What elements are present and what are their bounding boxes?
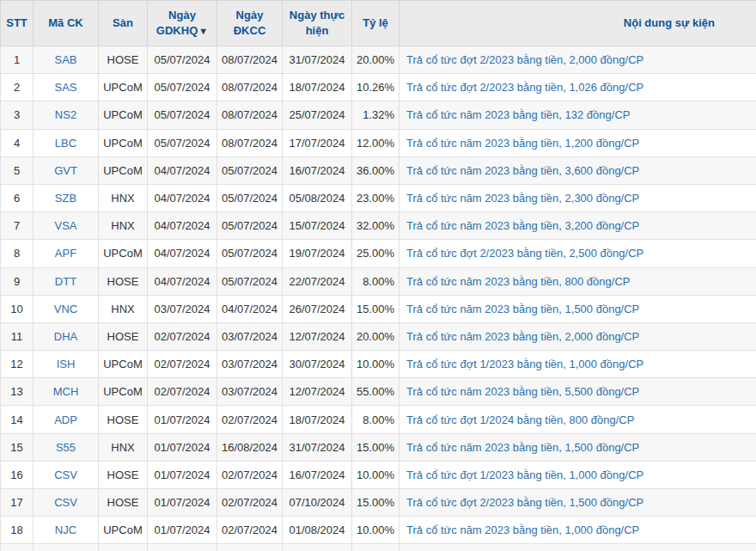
- stock-code-link[interactable]: VNC: [54, 303, 77, 315]
- header-noi-dung-su-kien: Nội dung sự kiện: [399, 1, 756, 46]
- stock-code-link[interactable]: DTT: [55, 275, 76, 288]
- dkcc-date-cell: 05/07/2024: [217, 240, 283, 267]
- execution-date-cell: 26/07/2024: [283, 295, 352, 322]
- execution-date-cell: 05/08/2024: [283, 184, 352, 211]
- stock-code-link[interactable]: DHA: [54, 330, 77, 343]
- execution-date-cell: 18/07/2024: [283, 406, 352, 433]
- header-ngay-gdkhq[interactable]: Ngày GDKHQ▼: [148, 1, 217, 46]
- execution-date-cell: 31/07/2024: [283, 46, 352, 74]
- execution-date-cell: 12/07/2024: [283, 378, 352, 406]
- stock-code-cell: CSV: [34, 489, 99, 517]
- dkcc-date-cell: 03/07/2024: [217, 351, 283, 378]
- stt-cell: 15: [1, 433, 34, 461]
- stock-code-link[interactable]: APF: [55, 247, 76, 260]
- dkcc-date-cell: 02/07/2024: [217, 406, 283, 433]
- event-content-link[interactable]: Trả cổ tức đợt 2/2023 bằng tiền, 2,000 đ…: [406, 53, 643, 66]
- ratio-cell: 10.00%: [352, 517, 399, 544]
- header-ma-ck: Mã CK: [34, 1, 99, 46]
- exchange-cell: UPCoM: [99, 544, 148, 551]
- stock-code-cell: SZB: [34, 184, 99, 211]
- stock-code-link[interactable]: VSA: [54, 219, 76, 232]
- ratio-cell: 55.00%: [352, 378, 399, 406]
- header-ngay-dkcc: Ngày ĐKCC: [217, 1, 283, 46]
- gdkhq-date-cell: 02/07/2024: [148, 351, 217, 378]
- ratio-cell: 5.00%: [352, 544, 399, 551]
- stock-code-link[interactable]: LBC: [55, 137, 76, 150]
- table-row: 8 APF UPCoM 04/07/2024 05/07/2024 19/07/…: [1, 240, 756, 267]
- event-content-link[interactable]: Trả cổ tức năm 2023 bằng tiền, 2,000 đồn…: [406, 330, 639, 343]
- header-stt: STT: [1, 1, 34, 46]
- event-content-cell: Trả cổ tức đợt 1/2023 bằng tiền, 1,000 đ…: [399, 461, 756, 488]
- stt-cell: 7: [1, 212, 34, 240]
- gdkhq-date-cell: 01/07/2024: [148, 433, 217, 461]
- stock-code-link[interactable]: MCH: [53, 385, 79, 398]
- event-content-cell: Trả cổ tức đợt 2/2023 bằng tiền, 2,500 đ…: [399, 240, 756, 267]
- stock-code-cell: SAB: [34, 46, 99, 74]
- event-content-link[interactable]: Trả cổ tức đợt 2/2023 bằng tiền, 1,026 đ…: [406, 81, 643, 94]
- stock-code-cell: GVT: [34, 156, 99, 184]
- event-content-cell: Trả cổ tức năm 2023 bằng tiền, 3,200 đồn…: [399, 212, 756, 240]
- event-content-link[interactable]: Trả cổ tức đợt 2/2023 bằng tiền, 2,500 đ…: [406, 247, 643, 260]
- stock-code-link[interactable]: SAS: [54, 81, 76, 94]
- dkcc-date-cell: 02/07/2024: [217, 544, 283, 551]
- event-content-cell: Trả cổ tức năm 2023 bằng tiền, 800 đồng/…: [399, 267, 756, 295]
- event-content-link[interactable]: Trả cổ tức đợt 1/2023 bằng tiền, 1,000 đ…: [406, 468, 643, 481]
- gdkhq-date-cell: 01/07/2024: [148, 544, 217, 551]
- exchange-cell: HNX: [99, 433, 148, 461]
- exchange-cell: HOSE: [99, 406, 148, 433]
- stock-code-link[interactable]: SZB: [55, 192, 76, 205]
- ratio-cell: 32.00%: [352, 212, 399, 240]
- stock-code-link[interactable]: SAB: [54, 53, 76, 66]
- event-content-cell: Trả cổ tức năm 2023 bằng tiền, 2,000 đồn…: [399, 322, 756, 350]
- gdkhq-date-cell: 04/07/2024: [148, 212, 217, 240]
- ratio-cell: 15.00%: [352, 489, 399, 517]
- table-row: 12 ISH UPCoM 02/07/2024 03/07/2024 30/07…: [1, 351, 756, 378]
- execution-date-cell: 16/07/2024: [283, 156, 352, 184]
- execution-date-cell: 19/07/2024: [283, 240, 352, 267]
- dkcc-date-cell: 16/08/2024: [217, 433, 283, 461]
- event-content-link[interactable]: Trả cổ tức đợt 1/2024 bằng tiền, 800 đồn…: [406, 413, 634, 426]
- stock-code-link[interactable]: ISH: [57, 358, 76, 370]
- gdkhq-date-cell: 04/07/2024: [148, 184, 217, 211]
- table-row: 14 ADP HOSE 01/07/2024 02/07/2024 18/07/…: [1, 406, 756, 433]
- event-content-link[interactable]: Trả cổ tức đợt 2/2023 bằng tiền, 1,500 đ…: [406, 496, 643, 509]
- table-row: 10 VNC HNX 03/07/2024 04/07/2024 26/07/2…: [1, 295, 756, 322]
- stock-code-link[interactable]: GVT: [54, 164, 77, 177]
- gdkhq-date-cell: 01/07/2024: [148, 517, 217, 544]
- exchange-cell: UPCoM: [99, 240, 148, 267]
- event-content-link[interactable]: Trả cổ tức năm 2023 bằng tiền, 800 đồng/…: [406, 275, 630, 288]
- ratio-cell: 10.00%: [352, 351, 399, 378]
- gdkhq-date-cell: 02/07/2024: [148, 378, 217, 406]
- table-row: 17 CSV HOSE 01/07/2024 02/07/2024 07/10/…: [1, 489, 756, 517]
- event-content-cell: Trả cổ tức đợt 2/2023 bằng tiền, 1,026 đ…: [399, 74, 756, 101]
- stt-cell: 10: [1, 295, 34, 322]
- event-content-link[interactable]: Trả cổ tức năm 2023 bằng tiền, 1,500 đồn…: [406, 441, 639, 454]
- gdkhq-date-cell: 04/07/2024: [148, 156, 217, 184]
- event-content-link[interactable]: Trả cổ tức năm 2023 bằng tiền, 2,300 đồn…: [406, 192, 639, 205]
- event-content-link[interactable]: Trả cổ tức năm 2023 bằng tiền, 132 đồng/…: [406, 108, 630, 121]
- event-content-link[interactable]: Trả cổ tức năm 2023 bằng tiền, 1,200 đồn…: [406, 137, 639, 150]
- exchange-cell: HOSE: [99, 489, 148, 517]
- stock-code-cell: MCH: [34, 378, 99, 406]
- event-content-link[interactable]: Trả cổ tức năm 2023 bằng tiền, 3,600 đồn…: [406, 164, 639, 177]
- gdkhq-date-cell: 01/07/2024: [148, 406, 217, 433]
- exchange-cell: HOSE: [99, 461, 148, 488]
- event-content-link[interactable]: Trả cổ tức năm 2023 bằng tiền, 3,200 đồn…: [406, 219, 639, 232]
- dkcc-date-cell: 02/07/2024: [217, 517, 283, 544]
- stock-code-link[interactable]: NJC: [55, 523, 76, 536]
- event-content-cell: Trả cổ tức đợt 2/2023 bằng tiền, 2,000 đ…: [399, 46, 756, 74]
- ratio-cell: 8.00%: [352, 406, 399, 433]
- dkcc-date-cell: 02/07/2024: [217, 461, 283, 488]
- execution-date-cell: 15/07/2024: [283, 212, 352, 240]
- stock-code-link[interactable]: ADP: [54, 413, 77, 426]
- event-content-link[interactable]: Trả cổ tức năm 2023 bằng tiền, 1,500 đồn…: [406, 303, 639, 315]
- event-content-link[interactable]: Trả cổ tức đợt 1/2023 bằng tiền, 1,000 đ…: [406, 358, 643, 370]
- event-content-link[interactable]: Trả cổ tức năm 2023 bằng tiền, 5,500 đồn…: [406, 385, 639, 398]
- ratio-cell: 20.00%: [352, 322, 399, 350]
- event-content-link[interactable]: Trả cổ tức năm 2023 bằng tiền, 1,000 đồn…: [406, 523, 639, 536]
- stock-code-link[interactable]: NS2: [55, 108, 76, 121]
- stock-code-link[interactable]: S55: [56, 441, 76, 454]
- stock-code-link[interactable]: CSV: [54, 496, 77, 509]
- stock-code-link[interactable]: CSV: [54, 468, 77, 481]
- execution-date-cell: 12/07/2024: [283, 544, 352, 551]
